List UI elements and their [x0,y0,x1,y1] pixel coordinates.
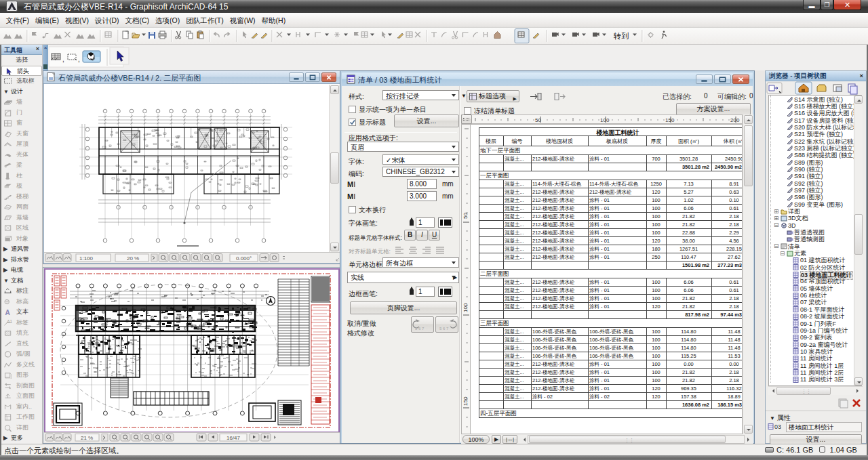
svg-text:50: 50 [535,117,541,123]
svg-text:21 %: 21 % [81,435,93,441]
svg-text:100: 100 [462,303,469,312]
svg-text:A1: A1 [7,319,12,324]
svg-text:200: 200 [730,117,740,123]
svg-text:150: 150 [462,396,469,406]
svg-text:转到: 转到 [613,32,629,40]
svg-text:16/47: 16/47 [226,435,241,441]
svg-text:150: 150 [665,117,675,123]
svg-text:20 %: 20 % [127,255,139,262]
svg-text:0.000°: 0.000° [236,255,252,262]
svg-text:1:100: 1:100 [79,255,94,262]
svg-text:A: A [5,309,10,316]
svg-text:,: , [62,56,64,63]
svg-text:100: 100 [600,117,610,123]
svg-text:5 6 7: 5 6 7 [415,327,425,331]
svg-text:5 6 7: 5 6 7 [439,327,449,331]
svg-text:,: , [78,56,80,63]
svg-text:50: 50 [462,213,469,219]
